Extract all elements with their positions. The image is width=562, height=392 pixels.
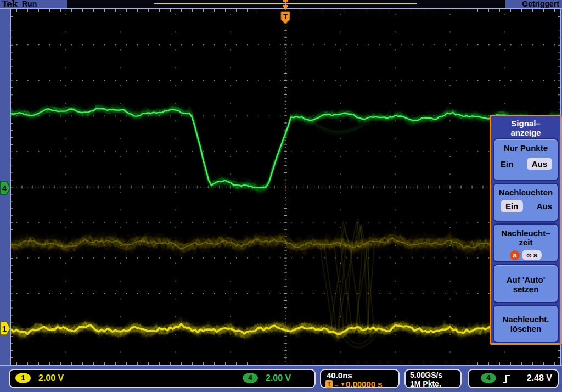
menu-button-persistence[interactable]: Nachleuchten Ein Aus (493, 183, 559, 222)
multipurpose-knob-a-icon[interactable]: a (510, 250, 520, 260)
graticule-left-border (10, 9, 11, 365)
persistence-on-option[interactable]: Ein (501, 200, 523, 212)
svg-text:T: T (283, 13, 288, 21)
trigger-channel-badge[interactable]: 4 (481, 373, 496, 383)
trigger-flag-icon[interactable]: T (280, 11, 291, 26)
svg-text:1: 1 (2, 324, 7, 333)
waveform-canvas (11, 9, 560, 365)
channel4-position-marker[interactable]: 4 (0, 181, 11, 197)
persistence-off-option[interactable]: Aus (537, 201, 552, 211)
acquisition-status: Run (22, 0, 37, 8)
triangle-down-icon: ▼ (340, 382, 345, 387)
persistence-time-value[interactable]: ∞ s (522, 250, 542, 260)
menu-button-dots-only[interactable]: Nur Punkte Ein Aus (493, 138, 559, 181)
dots-only-off-option[interactable]: Aus (527, 158, 552, 170)
top-separator (0, 8, 562, 9)
trigger-readout[interactable]: 4 2.48 V (468, 369, 559, 388)
timebase-scale: 40.0ns (327, 371, 352, 380)
channel1-badge[interactable]: 1 (15, 373, 31, 383)
menu-button-clear-persistence[interactable]: Nachleucht. löschen (493, 305, 559, 343)
acquisition-readout[interactable]: 5.00GS/s 1M Pkte. (404, 369, 462, 388)
trigger-position-marker-icon[interactable] (282, 0, 289, 13)
arrow-right-icon: → (333, 380, 340, 388)
rising-edge-icon (503, 374, 510, 383)
menu-button-persistence-time[interactable]: Nachleucht– zeit a ∞ s (493, 223, 559, 262)
record-length: 1M Pkte. (410, 379, 441, 388)
sample-rate: 5.00GS/s (410, 371, 442, 379)
menu-button-set-to-auto[interactable]: Auf 'Auto' setzen (493, 264, 559, 303)
svg-text:4: 4 (2, 183, 7, 193)
channel4-badge[interactable]: 4 (243, 373, 258, 383)
oscilloscope-screen: Tek Run Getriggert T 4 1 Sign (0, 0, 562, 392)
trigger-level: 2.48 V (527, 373, 552, 383)
trigger-position-readout: T → ▼ 0.00000 s (325, 379, 383, 389)
channel1-position-marker[interactable]: 1 (0, 321, 11, 338)
signal-display-menu: Signal– anzeige Nur Punkte Ein Aus Nachl… (490, 115, 562, 345)
trigger-status: Getriggert (522, 0, 559, 8)
channel-scale-readout[interactable]: 1 2.00 V 4 2.00 V (9, 369, 316, 388)
graticule (11, 9, 560, 365)
trigger-t-icon: T (325, 380, 333, 388)
readout-bar: 1 2.00 V 4 2.00 V 40.0ns T → ▼ 0.00000 s… (0, 366, 562, 392)
top-bar: Tek Run Getriggert (0, 0, 562, 8)
channel1-scale: 2.00 V (38, 373, 64, 383)
dots-only-on-option[interactable]: Ein (501, 159, 513, 169)
menu-title: Signal– anzeige (491, 119, 560, 137)
timebase-readout[interactable]: 40.0ns T → ▼ 0.00000 s (320, 369, 400, 388)
tek-logo: Tek (2, 0, 17, 9)
channel4-scale: 2.00 V (266, 373, 291, 383)
